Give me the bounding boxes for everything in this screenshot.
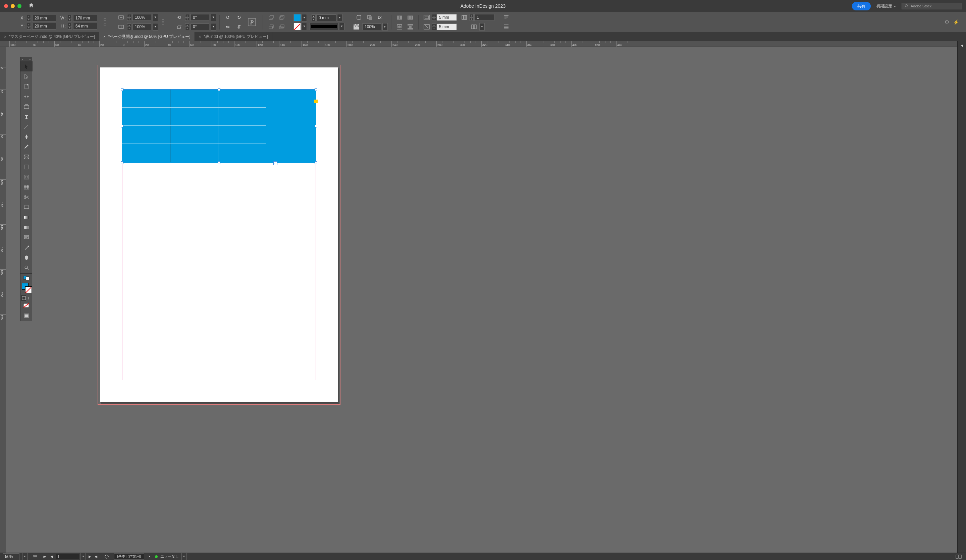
rectangle-tool[interactable] [20,162,33,172]
line-tool[interactable] [20,122,33,132]
columns-stepper[interactable]: ▲▼ [470,14,474,21]
tab-spread[interactable]: × *ページ見開き.indd @ 50% [GPU プレビュー] [99,32,195,41]
indent-icon[interactable] [31,553,39,560]
arrange-forward-icon[interactable] [278,13,286,21]
table[interactable] [122,90,266,163]
fill-dropdown[interactable]: ▼ [302,14,307,21]
resize-handle[interactable] [121,88,123,91]
y-input[interactable]: 20 mm [32,23,56,30]
resize-handle[interactable] [218,161,220,164]
resize-handle[interactable] [121,161,123,164]
ruler-vertical[interactable]: 020406080100120140160180200220 [0,47,6,554]
align-justify-icon[interactable] [502,23,510,31]
gradient-feather-tool[interactable] [20,222,33,232]
arrange-back-icon[interactable] [278,23,286,31]
text-wrap-bounds-icon[interactable] [406,13,414,21]
w-input[interactable]: 170 mm [73,15,97,21]
constrain-proportions-icon[interactable] [102,15,108,30]
x-stepper[interactable]: ▲▼ [27,15,31,21]
preflight-status[interactable]: エラーなし [160,554,179,559]
scale-x-dropdown[interactable]: ▼ [153,14,158,21]
layer-dropdown[interactable]: ▼ [147,553,152,560]
arrange-front-icon[interactable] [267,13,275,21]
stroke-style-dropdown[interactable]: ▼ [339,23,345,30]
page-dropdown[interactable]: ▼ [80,553,86,560]
w-stepper[interactable]: ▲▼ [68,15,72,21]
stroke-weight-input[interactable]: 0 mm [316,15,337,21]
flash-icon[interactable]: ⚡ [952,18,960,26]
window-close-button[interactable] [4,4,8,8]
polygon-tool[interactable] [20,172,33,182]
resize-handle[interactable] [315,88,317,91]
resize-handle[interactable] [121,125,123,127]
flip-h-icon[interactable]: ⇋ [224,23,232,31]
dock-icon[interactable]: » [29,58,31,61]
next-page-button[interactable]: ▶ [87,555,93,558]
view-split-icon[interactable] [955,553,963,560]
flip-v-icon[interactable]: ⇵ [235,23,243,31]
y-stepper[interactable]: ▲▼ [27,23,31,30]
eyedropper-tool[interactable] [20,243,33,253]
rectangle-frame-tool[interactable] [20,152,33,162]
resize-handle[interactable] [315,125,317,127]
apply-to-text-icon[interactable]: T [26,295,31,301]
rotate-dropdown[interactable]: ▼ [211,14,216,21]
frame-fit-icon[interactable] [422,13,431,21]
adobe-stock-search[interactable]: Adobe Stock [902,3,962,9]
columns-input[interactable]: 1 [474,14,495,21]
scale-x-stepper[interactable]: ▲▼ [127,14,131,21]
frame-fit2-icon[interactable] [422,23,431,31]
close-icon[interactable]: × [199,34,201,39]
rotate-ccw-icon[interactable]: ↺ [224,13,232,21]
open-panel-icon[interactable] [103,553,111,560]
corner-options-icon[interactable] [355,13,363,21]
scale-y-dropdown[interactable]: ▼ [153,23,158,31]
last-page-button[interactable]: ⏭ [94,555,99,558]
align-top-icon[interactable] [502,13,510,21]
note-tool[interactable] [20,232,33,243]
share-button[interactable]: 共有 [852,2,871,10]
page-tool[interactable] [20,82,33,92]
col-gap1-input[interactable]: 5 mm [437,14,457,21]
close-icon[interactable]: × [4,34,6,39]
col-balance-dropdown[interactable]: ▼ [479,23,485,31]
stroke-weight-stepper[interactable]: ▲▼ [312,15,315,21]
view-mode-toggle[interactable] [20,311,33,321]
drop-shadow-icon[interactable] [366,13,374,21]
free-transform-tool[interactable] [20,202,33,212]
prev-page-button[interactable]: ◀ [49,555,54,558]
arrange-backward-icon[interactable] [267,23,275,31]
rotate-input[interactable]: 0° [191,14,209,21]
fill-swatch[interactable] [294,14,301,21]
content-collector-tool[interactable] [20,102,33,112]
zoom-tool[interactable] [20,263,33,273]
ruler-horizontal[interactable]: 1008060402002040608010012014016018020022… [6,41,957,47]
close-icon[interactable]: × [22,58,23,61]
tab-masterpage[interactable]: × *マスターページ.indd @ 43% [GPU プレビュー] [0,32,99,41]
col-balance-icon[interactable] [470,23,478,31]
window-minimize-button[interactable] [11,4,15,8]
text-wrap-jump-icon[interactable] [406,23,414,31]
stroke-dropdown[interactable]: ▼ [302,23,307,30]
reference-point-selector[interactable] [5,17,15,27]
scale-x-input[interactable]: 100% [133,14,151,21]
opacity-dropdown[interactable]: ▸ [383,23,388,31]
table-tool[interactable] [20,182,33,192]
gradient-tool[interactable] [20,212,33,222]
fx-icon[interactable]: fx. [376,13,384,21]
resize-handle[interactable] [218,88,220,91]
zoom-dropdown[interactable]: ▼ [22,553,28,560]
stroke-swatch[interactable] [294,23,301,30]
scale-y-stepper[interactable]: ▲▼ [127,23,131,30]
pencil-tool[interactable] [20,142,33,152]
layer-status[interactable]: [基本] (作業用) [114,553,144,560]
opacity-input[interactable]: 100% [362,23,381,30]
resize-handle[interactable] [315,161,317,164]
scissors-tool[interactable] [20,192,33,202]
col-gap2-input[interactable]: 5 mm [437,23,457,30]
scale-y-input[interactable]: 100% [133,23,151,30]
x-input[interactable]: 20 mm [32,15,56,21]
h-input[interactable]: 64 mm [73,23,97,30]
type-tool[interactable] [20,112,33,122]
col-gap1-stepper[interactable]: ▲▼ [432,14,436,21]
